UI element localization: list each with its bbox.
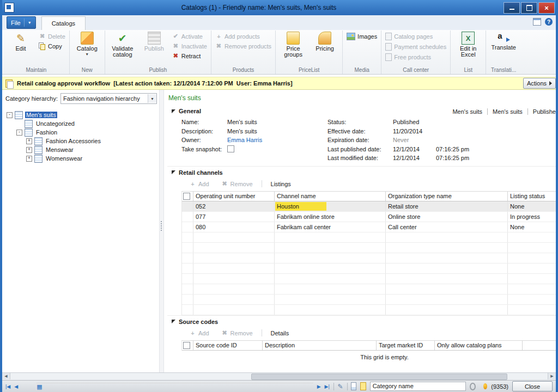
edit-button[interactable]: ✎ Edit [5,31,36,52]
collapse-toggle-icon[interactable]: - [7,112,13,118]
session-id: (9353) [491,383,508,390]
divider [347,383,348,390]
table-row[interactable]: 080 Fabrikam call center Call center Non… [182,222,556,232]
images-icon [347,33,355,40]
actions-button[interactable]: Actions [523,78,556,89]
expand-toggle-icon[interactable]: + [26,138,32,144]
translate-button[interactable]: a Translate [488,31,519,51]
copy-button[interactable]: Copy [37,42,67,50]
tree-item-fashion[interactable]: - Fashion [5,128,157,137]
source-codes-section-header[interactable]: Source codes [167,316,556,327]
category-icon [34,155,43,163]
help-icon[interactable]: ? [545,18,553,26]
last-record-icon[interactable]: ▶| [325,384,330,389]
add-label: Add [198,330,209,336]
next-record-icon[interactable]: ▶ [317,384,321,389]
validate-catalog-button[interactable]: ✔ Validate catalog [107,31,138,58]
edit-label: Edit [16,46,26,52]
listings-button[interactable]: Listings [271,181,291,187]
column-header-operating-unit[interactable]: Operating unit number [193,192,275,201]
free-products-button[interactable]: Free products [384,53,448,61]
category-hierarchy-label: Category hierarchy: [5,95,58,102]
minimize-icon [510,9,514,10]
file-menu-button[interactable]: File ▼ [7,16,36,29]
add-source-code-button[interactable]: + Add [189,329,209,336]
tree-item-mens-suits[interactable]: - Men's suits [5,111,157,119]
column-header-source-code-id[interactable]: Source code ID [193,341,263,350]
close-button[interactable]: Close [512,381,553,391]
status-bar: |◀ ◀ ▦ ▶ ▶| ✎ Category name (9353) Close [2,380,556,392]
column-header-target-market-id[interactable]: Target market ID [377,341,435,350]
scroll-right-arrow-icon[interactable]: ▶ [548,373,556,379]
delete-button[interactable]: ✖ Delete [37,33,67,40]
retail-channels-section: Retail channels + Add ✖ Remove Listings [167,166,556,315]
actions-label: Actions [527,80,547,87]
catalog-button[interactable]: Catalog ▼ [72,31,102,57]
retract-button[interactable]: ✖ Retract [171,52,209,59]
edit-mode-icon[interactable]: ✎ [338,383,343,390]
catalogs-window: Catalogs (1) - Friendly name: Men's suit… [0,0,558,392]
horizontal-scrollbar[interactable]: ◀ ▶ [2,372,556,380]
add-icon: + [189,329,196,336]
publish-button[interactable]: Publish [139,31,169,52]
add-channel-button[interactable]: + Add [189,180,209,187]
column-header-listing-status[interactable]: Listing status [508,192,556,201]
edit-in-excel-button[interactable]: X Edit in Excel [453,31,483,58]
remove-source-code-button[interactable]: ✖ Remove [221,329,253,336]
tree-item-menswear[interactable]: + Menswear [5,145,157,154]
payment-schedules-label: Payment schedules [394,44,446,50]
remove-products-button[interactable]: ✖ Remove products [214,42,273,50]
expand-toggle-icon[interactable]: + [26,147,32,153]
hierarchy-value: Fashion navigation hierarchy [63,95,140,102]
activate-button[interactable]: ✔ Activate [171,33,209,40]
table-row[interactable]: 077 Fabrikam online store Online store I… [182,212,556,222]
select-all-checkbox[interactable] [183,193,190,200]
hierarchy-select[interactable]: Fashion navigation hierarchy ▼ [60,93,157,104]
tab-catalogs[interactable]: Catalogs [41,16,86,30]
ribbon-corner-icons: ? [533,18,553,26]
inactivate-button[interactable]: ✖ Inactivate [171,42,209,50]
document-icon[interactable] [351,382,356,390]
close-window-button[interactable]: × [538,2,555,14]
page-title: Men's suits [168,94,556,102]
collapse-toggle-icon[interactable]: - [16,130,22,136]
tree-item-uncategorized[interactable]: Uncategorized [5,119,157,128]
column-header-description[interactable]: Description [263,341,377,350]
group-label-media: Media [345,66,379,74]
status-label: Status: [327,119,393,125]
column-header-only-allow-catalog-plans[interactable]: Only allow catalog plans [435,341,523,350]
current-field-box[interactable]: Category name [370,382,466,391]
divider [527,108,528,115]
expand-toggle-icon[interactable]: + [26,156,32,162]
panel-splitter[interactable] [159,90,164,372]
details-button[interactable]: Details [271,330,289,336]
previous-record-icon[interactable]: ◀ [14,384,18,389]
column-header-channel-name[interactable]: Channel name [275,192,386,201]
scroll-left-arrow-icon[interactable]: ◀ [2,373,10,379]
price-groups-button[interactable]: Price groups [278,31,308,58]
minimize-button[interactable] [504,2,520,14]
tree-item-fashion-accessories[interactable]: + Fashion Accessories [5,137,157,145]
owner-link[interactable]: Emma Harris [227,137,262,143]
take-snapshot-checkbox[interactable] [227,145,234,152]
payment-schedules-button[interactable]: Payment schedules [384,43,448,51]
grid-view-icon[interactable]: ▦ [36,383,313,390]
select-all-checkbox[interactable] [183,342,190,349]
translate-arrow [506,38,510,42]
column-header-organization-type[interactable]: Organization type name [386,192,508,201]
first-record-icon[interactable]: |◀ [5,384,10,389]
add-products-button[interactable]: + Add products [214,33,273,40]
maximize-button[interactable] [521,2,537,14]
images-button[interactable]: Images [345,31,379,40]
remove-channel-button[interactable]: ✖ Remove [221,180,253,187]
catalog-pages-button[interactable]: Catalog pages [384,33,448,40]
table-row[interactable]: 052 Houston Retail store None [182,201,556,212]
ribbon: ✎ Edit ✖ Delete Copy Maintain [2,30,556,75]
retail-channels-section-header[interactable]: Retail channels [167,167,556,178]
layout-icon[interactable] [533,18,541,26]
pricing-button[interactable]: Pricing [310,31,340,52]
tree-item-womenswear[interactable]: + Womenswear [5,154,157,163]
notes-icon[interactable] [360,382,366,390]
scrollbar-thumb[interactable] [251,373,507,380]
tree-label: Menswear [45,146,75,153]
